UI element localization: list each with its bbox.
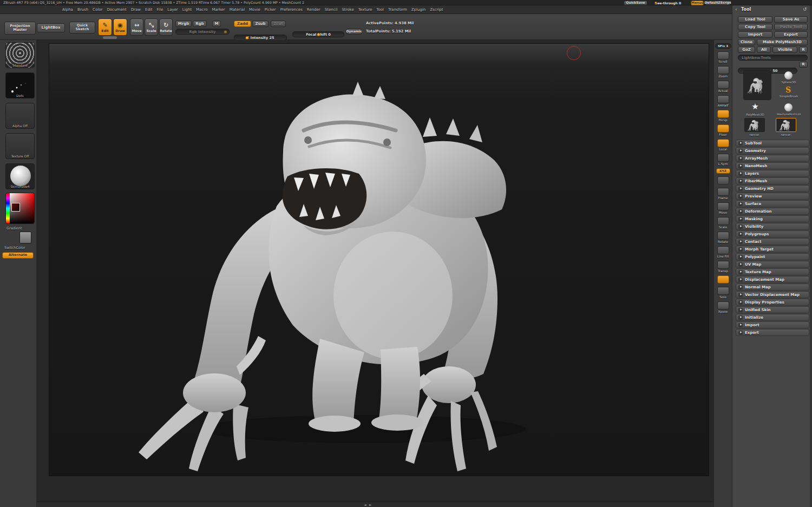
- shelf-scale[interactable]: Scale: [714, 217, 732, 229]
- menu-stencil[interactable]: Stencil: [325, 8, 338, 12]
- tool-section-contact[interactable]: Contact: [736, 238, 809, 245]
- menu-brush[interactable]: Brush: [77, 8, 88, 12]
- menu-render[interactable]: Render: [307, 8, 320, 12]
- tray-divider[interactable]: ◄ ►: [37, 502, 713, 507]
- goz-button[interactable]: GoZ: [738, 47, 755, 53]
- shelf-xpose[interactable]: Xpose: [714, 301, 732, 313]
- shelf-xyz-button[interactable]: XYZ: [716, 168, 730, 174]
- tool-section-layers[interactable]: Layers: [736, 170, 809, 177]
- export-button[interactable]: Export: [774, 31, 808, 38]
- shelf-actual[interactable]: Actual: [714, 81, 732, 93]
- tool-name-r-button[interactable]: R: [799, 62, 808, 68]
- active-tool-thumbnail[interactable]: [743, 70, 771, 100]
- tool-section-displacement-map[interactable]: Displacement Map: [736, 276, 809, 283]
- zcut-button[interactable]: Zcut: [271, 21, 286, 27]
- m-button[interactable]: M: [212, 21, 221, 27]
- waxdynamesh-tool-icon[interactable]: [784, 103, 793, 111]
- menu-color[interactable]: Color: [93, 8, 102, 12]
- menu-layer[interactable]: Layer: [167, 8, 178, 12]
- tool-section-vector-displacement-map[interactable]: Vector Displacement Map: [736, 291, 809, 298]
- tool-section-normal-map[interactable]: Normal Map: [736, 284, 809, 291]
- panel-restore-icon[interactable]: ↺: [803, 6, 807, 12]
- save-as-button[interactable]: Save As: [774, 16, 808, 23]
- tool-section-surface[interactable]: Surface: [736, 200, 809, 207]
- quick-sketch-button[interactable]: Quick Sketch: [69, 22, 95, 34]
- tool-section-display-properties[interactable]: Display Properties: [736, 299, 809, 306]
- goz-all-button[interactable]: All: [757, 47, 771, 53]
- simplebrush-tool-icon[interactable]: S: [783, 85, 793, 94]
- hue-strip[interactable]: [6, 193, 10, 223]
- menu-preferences[interactable]: Preferences: [280, 8, 303, 12]
- projection-master-button[interactable]: Projection Master: [4, 22, 36, 35]
- document-canvas[interactable]: [49, 43, 709, 476]
- alternate-button[interactable]: Alternate: [2, 252, 34, 259]
- menu-file[interactable]: File: [157, 8, 163, 12]
- switch-color-label[interactable]: SwitchColor: [4, 246, 25, 250]
- tool-section-visibility[interactable]: Visibility: [736, 223, 809, 230]
- tool-section-geometry-hd[interactable]: Geometry HD: [736, 185, 809, 192]
- lightbox-button[interactable]: LightBox: [37, 23, 65, 32]
- tool-section-preview[interactable]: Preview: [736, 193, 809, 200]
- paste-tool-button[interactable]: Paste Tool: [774, 24, 808, 30]
- import-button[interactable]: Import: [738, 31, 772, 38]
- copy-tool-button[interactable]: Copy Tool: [738, 24, 772, 30]
- shelf-magnify[interactable]: [714, 176, 732, 185]
- edit-button[interactable]: ✎Edit: [98, 18, 112, 36]
- shelf-scroll[interactable]: Scroll: [714, 51, 732, 63]
- default-zscript-button[interactable]: DefaultZScript: [705, 1, 731, 5]
- shelf-aahalf[interactable]: AAHalf: [714, 95, 732, 107]
- rgb-button[interactable]: Rgb: [193, 21, 207, 27]
- menu-alpha[interactable]: Alpha: [62, 8, 73, 12]
- tool-section-geometry[interactable]: Geometry: [736, 147, 809, 154]
- shelf-persp[interactable]: Persp: [714, 110, 732, 122]
- shelf-solo[interactable]: Solo: [714, 287, 732, 299]
- make-polymesh3d-button[interactable]: Make PolyMesh3D: [757, 39, 808, 45]
- zadd-button[interactable]: Zadd: [234, 21, 251, 27]
- secondary-color-swatch[interactable]: [19, 232, 31, 243]
- tool-section-fibermesh[interactable]: FiberMesh: [736, 177, 809, 185]
- menu-draw[interactable]: Draw: [131, 8, 141, 12]
- shelf-scroll-chip[interactable]: [103, 36, 117, 39]
- rgb-intensity-knob[interactable]: [224, 30, 227, 34]
- rancor-tool-thumb-2[interactable]: [776, 118, 796, 132]
- selected-color-swatch[interactable]: [11, 203, 20, 212]
- shelf-rotate[interactable]: Rotate: [714, 232, 732, 243]
- z-intensity-knob[interactable]: [245, 36, 249, 39]
- color-picker[interactable]: [5, 193, 35, 224]
- clone-button[interactable]: Clone: [738, 39, 755, 45]
- tool-section-texture-map[interactable]: Texture Map: [736, 268, 809, 275]
- rotate-button[interactable]: ↻Rotate: [159, 18, 173, 36]
- shelf-move[interactable]: Move: [714, 202, 732, 214]
- menu-edit[interactable]: Edit: [145, 8, 153, 12]
- see-through-knob[interactable]: [654, 2, 657, 4]
- menu-material[interactable]: Material: [230, 8, 245, 12]
- menu-light[interactable]: Light: [182, 8, 192, 12]
- panel-collapse-icon[interactable]: ‹: [735, 6, 737, 12]
- stroke-selector[interactable]: Dots: [5, 73, 35, 98]
- tool-section-unified-skin[interactable]: Unified Skin: [736, 306, 809, 313]
- sphere3d-tool-icon[interactable]: [784, 71, 793, 80]
- lightbox-tools-bar[interactable]: Lightbox▸Tools: [738, 55, 808, 61]
- menu-stroke[interactable]: Stroke: [342, 8, 353, 12]
- shelf-lsym[interactable]: L.Sym: [714, 154, 732, 166]
- material-selector[interactable]: SkinShade4: [5, 163, 35, 189]
- load-tool-button[interactable]: Load Tool: [738, 16, 772, 23]
- shelf-local[interactable]: Local: [714, 139, 732, 151]
- alpha-selector[interactable]: Alpha Off: [5, 103, 35, 129]
- tool-section-deformation[interactable]: Deformation: [736, 208, 809, 215]
- menu-texture[interactable]: Texture: [358, 8, 372, 12]
- tray-arrow-left-icon[interactable]: ◄: [364, 503, 366, 506]
- menu-transform[interactable]: Transform: [388, 8, 407, 12]
- tool-section-arraymesh[interactable]: ArrayMesh: [736, 155, 809, 162]
- shelf-floor[interactable]: Floor: [714, 124, 732, 136]
- texture-selector[interactable]: Texture Off: [5, 133, 35, 159]
- spix-slider[interactable]: SPix 3: [715, 43, 731, 49]
- tool-section-masking[interactable]: Masking: [736, 215, 809, 222]
- tool-section-polygroups[interactable]: Polygroups: [736, 231, 809, 238]
- shelf-linefill[interactable]: Line Fill: [714, 246, 732, 258]
- draw-button[interactable]: ◉Draw: [113, 18, 127, 36]
- see-through-slider[interactable]: See-through 0: [653, 1, 683, 5]
- shelf-frame[interactable]: Frame: [714, 188, 732, 200]
- polymesh3d-tool-icon[interactable]: ★: [750, 103, 761, 113]
- menu-macro[interactable]: Macro: [196, 8, 207, 12]
